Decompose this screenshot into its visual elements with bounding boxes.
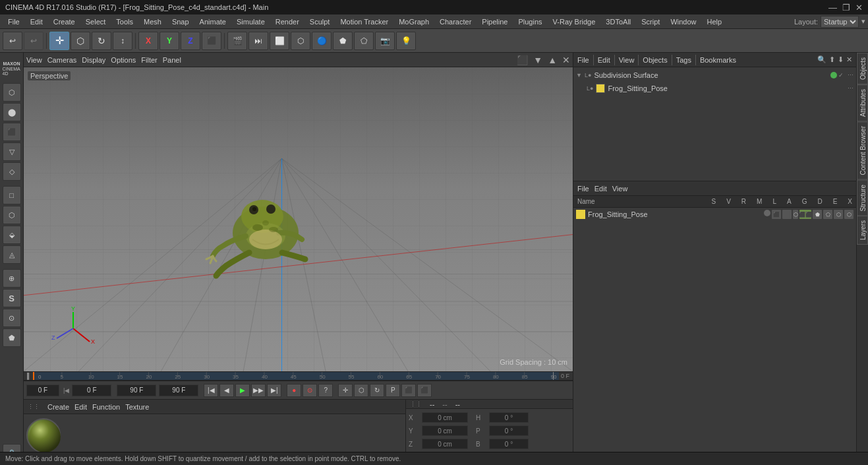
sidebar-new-poly[interactable]: □ bbox=[3, 186, 21, 204]
vp-arrow-up-icon[interactable]: ▲ bbox=[548, 55, 557, 65]
move-tool-btn[interactable]: ✛ bbox=[49, 32, 69, 50]
maximize-btn[interactable]: ❐ bbox=[842, 3, 850, 13]
prev-frame-btn[interactable]: ◀ bbox=[219, 384, 234, 397]
obj-search-icon[interactable]: 🔍 bbox=[817, 55, 826, 64]
close-btn[interactable]: ✕ bbox=[855, 3, 863, 13]
material-preview-stage7[interactable] bbox=[26, 418, 61, 452]
rotate-key-btn[interactable]: ↻ bbox=[370, 384, 384, 397]
tree-item-subdivision[interactable]: ▼ L● Subdivision Surface ✓ ⋯ bbox=[573, 69, 856, 82]
redo-btn[interactable]: ↩ bbox=[24, 32, 43, 50]
attr-menu-dash2[interactable]: -- bbox=[455, 400, 460, 408]
goto-end-btn[interactable]: ▶| bbox=[267, 384, 281, 397]
light-btn[interactable]: 💡 bbox=[396, 32, 416, 50]
menu-motion-tracker[interactable]: Motion Tracker bbox=[335, 16, 393, 27]
sidebar-edge-mode[interactable]: ⬛ bbox=[3, 123, 21, 141]
obj-menu-view[interactable]: View bbox=[619, 56, 635, 64]
attr-menu-dash1[interactable]: -- bbox=[430, 400, 434, 408]
sidebar-move[interactable]: ⬡ bbox=[3, 206, 21, 224]
menu-character[interactable]: Character bbox=[434, 16, 477, 27]
timeline-settings-btn[interactable]: ⬛ bbox=[417, 384, 432, 397]
render-btn[interactable]: ⏭ bbox=[248, 32, 268, 50]
y-axis-btn[interactable]: Y bbox=[159, 32, 179, 50]
end-frame-input2[interactable] bbox=[159, 385, 198, 396]
menu-mograph[interactable]: MoGraph bbox=[393, 16, 434, 27]
menu-create[interactable]: Create bbox=[48, 16, 80, 27]
scale-tool-btn[interactable]: ⬡ bbox=[71, 32, 90, 50]
vp-menu-panel[interactable]: Panel bbox=[163, 56, 181, 64]
obj-minimize-icon[interactable]: ⬇ bbox=[838, 55, 844, 64]
mat-menu-create[interactable]: Create bbox=[47, 403, 69, 411]
menu-vray[interactable]: V-Ray Bridge bbox=[548, 16, 601, 27]
undo-btn[interactable]: ↩ bbox=[3, 32, 22, 50]
x-axis-btn[interactable]: X bbox=[138, 32, 158, 50]
sidebar-polygon-mode[interactable]: ▽ bbox=[3, 142, 21, 161]
om-menu-view[interactable]: View bbox=[612, 185, 628, 193]
om-row-frog[interactable]: Frog_Sitting_Pose ⬛ ⬡ ⬛⬛ ⬟ ⬠ ⬡ ⬡ bbox=[573, 208, 856, 221]
select-tool-btn[interactable]: ↕ bbox=[113, 32, 132, 50]
attr-input-b[interactable] bbox=[489, 439, 529, 449]
vp-menu-cameras[interactable]: Cameras bbox=[47, 56, 77, 64]
obj-settings-icon[interactable]: ⬆ bbox=[829, 55, 835, 64]
render-settings-btn[interactable]: ⬜ bbox=[270, 32, 289, 50]
vtab-layers[interactable]: Layers bbox=[857, 216, 868, 245]
menu-sculpt[interactable]: Sculpt bbox=[304, 16, 335, 27]
timeline-track[interactable]: 0 5 10 15 20 25 30 35 bbox=[33, 372, 559, 380]
sphere-btn[interactable]: 🔵 bbox=[312, 32, 332, 50]
vtab-attributes[interactable]: Attributes bbox=[857, 84, 868, 121]
layout-config-icon[interactable]: ▾ bbox=[861, 17, 865, 26]
vtab-content-browser[interactable]: Content Browser bbox=[857, 121, 868, 179]
om-menu-file[interactable]: File bbox=[577, 185, 589, 193]
obj-menu-file[interactable]: File bbox=[577, 56, 589, 64]
sidebar-sculpt2[interactable]: ⬟ bbox=[3, 328, 21, 347]
menu-pipeline[interactable]: Pipeline bbox=[477, 16, 513, 27]
auto-key-btn[interactable]: ⊙ bbox=[303, 384, 317, 397]
move-key-btn[interactable]: ✛ bbox=[338, 384, 353, 397]
menu-mesh[interactable]: Mesh bbox=[138, 16, 167, 27]
cylinder-btn[interactable]: ⬠ bbox=[354, 32, 374, 50]
start-frame-input[interactable] bbox=[72, 385, 111, 396]
all-key-btn[interactable]: ⬛ bbox=[401, 384, 416, 397]
sidebar-snap[interactable]: ⊕ bbox=[3, 269, 21, 288]
sidebar-object-mode[interactable]: ⬡ bbox=[3, 83, 21, 102]
cone-btn[interactable]: ⬟ bbox=[333, 32, 353, 50]
pos-key-btn[interactable]: P bbox=[386, 384, 400, 397]
viewport-3d[interactable]: Perspective Grid Spacing : 10 cm X Y Z bbox=[24, 67, 573, 371]
sidebar-clone[interactable]: ⊙ bbox=[3, 309, 21, 327]
menu-select[interactable]: Select bbox=[80, 16, 111, 27]
obj-menu-tags[interactable]: Tags bbox=[676, 56, 691, 64]
perspective-btn[interactable]: ⬡ bbox=[291, 32, 310, 50]
menu-animate[interactable]: Animate bbox=[194, 16, 231, 27]
vp-menu-display[interactable]: Display bbox=[82, 56, 105, 64]
z-axis-btn[interactable]: Z bbox=[181, 32, 200, 50]
vp-menu-filter[interactable]: Filter bbox=[141, 56, 157, 64]
all-axes-btn[interactable]: ⬛ bbox=[202, 32, 221, 50]
vp-arrow-down-icon[interactable]: ▼ bbox=[533, 55, 542, 65]
mat-menu-texture[interactable]: Texture bbox=[125, 403, 149, 411]
om-menu-edit[interactable]: Edit bbox=[594, 185, 607, 193]
title-bar-controls[interactable]: — ❐ ✕ bbox=[828, 3, 863, 13]
menu-window[interactable]: Window bbox=[665, 16, 701, 27]
attr-input-y[interactable] bbox=[422, 425, 468, 436]
rotate-tool-btn[interactable]: ↻ bbox=[92, 32, 111, 50]
layout-dropdown[interactable]: Startup bbox=[821, 16, 859, 28]
menu-simulate[interactable]: Simulate bbox=[231, 16, 270, 27]
end-frame-input[interactable] bbox=[117, 385, 156, 396]
attr-input-z[interactable] bbox=[422, 439, 468, 449]
obj-menu-bookmarks[interactable]: Bookmarks bbox=[700, 56, 736, 64]
render-region-btn[interactable]: 🎬 bbox=[227, 32, 247, 50]
sidebar-rotate[interactable]: ◬ bbox=[3, 245, 21, 264]
sidebar-uv-mode[interactable]: ◇ bbox=[3, 162, 21, 181]
menu-file[interactable]: File bbox=[3, 16, 25, 27]
vp-menu-options[interactable]: Options bbox=[111, 56, 136, 64]
next-frame-btn[interactable]: ▶▶ bbox=[251, 384, 266, 397]
attr-input-x[interactable] bbox=[422, 412, 468, 423]
obj-menu-edit[interactable]: Edit bbox=[598, 56, 610, 64]
menu-plugins[interactable]: Plugins bbox=[513, 16, 547, 27]
vp-maximize-icon[interactable]: ⬛ bbox=[517, 55, 528, 65]
obj-close-icon[interactable]: ✕ bbox=[846, 55, 852, 64]
vtab-structure[interactable]: Structure bbox=[857, 180, 868, 216]
vp-close-icon[interactable]: ✕ bbox=[562, 55, 570, 65]
record-btn[interactable]: ● bbox=[287, 384, 301, 397]
menu-render[interactable]: Render bbox=[270, 16, 304, 27]
camera-btn[interactable]: 📷 bbox=[375, 32, 395, 50]
